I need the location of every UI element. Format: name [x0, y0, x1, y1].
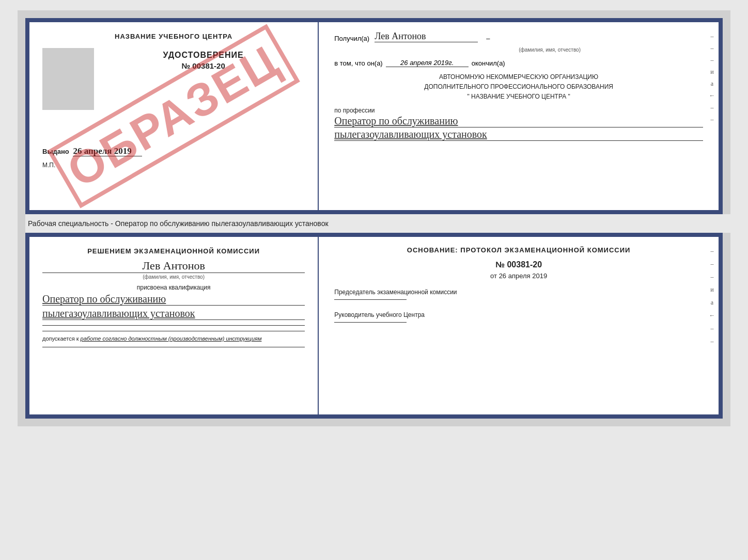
- issued-date: 26 апреля 2019: [73, 146, 142, 156]
- bottom-doc-right: Основание: протокол экзаменационной коми…: [319, 237, 719, 414]
- cert-issued: Выдано 26 апреля 2019: [42, 146, 305, 156]
- bottom-document: Решением экзаменационной комиссии Лев Ан…: [25, 233, 723, 419]
- org-line3: " НАЗВАНИЕ УЧЕБНОГО ЦЕНТРА ": [334, 92, 703, 102]
- dash-after-name: –: [486, 35, 490, 42]
- right-decorations-bottom: – – – и а ← – –: [706, 237, 719, 356]
- bottom-prof-line2: пылегазоулавливающих установок: [42, 308, 305, 320]
- director-label: Руководитель учебного Центра: [334, 310, 703, 319]
- prof-line1: Оператор по обслуживанию: [334, 115, 703, 127]
- bottom-prof-line1: Оператор по обслуживанию: [42, 293, 305, 306]
- signature-line-2: [42, 331, 305, 331]
- separator-text: Рабочая специальность - Оператор по обсл…: [25, 214, 738, 233]
- top-doc-right: Получил(а) Лев Антонов – (фамилия, имя, …: [319, 22, 719, 210]
- completed-label: в том, что он(а): [334, 59, 382, 67]
- top-doc-left: НАЗВАНИЕ УЧЕБНОГО ЦЕНТРА УДОСТОВЕРЕНИЕ №…: [29, 22, 319, 210]
- director-sig-line: [334, 322, 407, 323]
- cert-doc-label: УДОСТОВЕРЕНИЕ: [102, 51, 305, 60]
- org-line2: ДОПОЛНИТЕЛЬНОГО ПРОФЕССИОНАЛЬНОГО ОБРАЗО…: [334, 82, 703, 92]
- decision-title: Решением экзаменационной комиссии: [42, 247, 305, 255]
- signature-line-1: [42, 325, 305, 326]
- fio-hint-top: (фамилия, имя, отчество): [396, 44, 703, 54]
- completed-word: окончил(а): [472, 59, 505, 67]
- person-name-bottom: Лев Антонов: [42, 259, 305, 273]
- assigned-label: присвоена квалификация: [42, 284, 305, 291]
- right-decorations-top: – – – и а ← – –: [706, 22, 719, 134]
- chairman-label: Председатель экзаменационной комиссии: [334, 287, 703, 297]
- protocol-date-value: 26 апреля 2019: [499, 272, 548, 280]
- photo-placeholder: [42, 48, 94, 110]
- protocol-number: № 00381-20: [334, 260, 703, 269]
- fio-hint-bottom: (фамилия, имя, отчество): [42, 274, 305, 280]
- received-label: Получил(а): [334, 35, 369, 42]
- protocol-date-prefix: от: [490, 272, 497, 280]
- allows-label: допускается к работе согласно должностны…: [42, 335, 305, 342]
- org-block: АВТОНОМНУЮ НЕКОММЕРЧЕСКУЮ ОРГАНИЗАЦИЮ ДО…: [334, 72, 703, 102]
- top-document: НАЗВАНИЕ УЧЕБНОГО ЦЕНТРА УДОСТОВЕРЕНИЕ №…: [25, 18, 723, 214]
- allows-prefix: допускается к: [42, 335, 79, 342]
- received-row: Получил(а) Лев Антонов –: [334, 31, 703, 42]
- issued-label: Выдано: [42, 148, 69, 155]
- org-line1: АВТОНОМНУЮ НЕКОММЕРЧЕСКУЮ ОРГАНИЗАЦИЮ: [334, 72, 703, 82]
- allows-value: работе согласно должностным (производств…: [81, 335, 262, 342]
- basis-title: Основание: протокол экзаменационной коми…: [334, 246, 703, 254]
- document-container: НАЗВАНИЕ УЧЕБНОГО ЦЕНТРА УДОСТОВЕРЕНИЕ №…: [18, 10, 730, 426]
- completed-row: в том, что он(а) 26 апреля 2019г. окончи…: [334, 59, 703, 67]
- chairman-sig-line: [334, 299, 407, 300]
- mp-label: М.П.: [42, 162, 305, 169]
- protocol-date: от 26 апреля 2019: [334, 272, 703, 280]
- completed-date: 26 апреля 2019г.: [386, 59, 469, 67]
- bottom-doc-left: Решением экзаменационной комиссии Лев Ан…: [29, 237, 319, 414]
- org-title: НАЗВАНИЕ УЧЕБНОГО ЦЕНТРА: [42, 33, 305, 40]
- cert-number: № 00381-20: [102, 61, 305, 70]
- received-name: Лев Антонов: [375, 31, 478, 42]
- prof-label: по профессии: [334, 107, 703, 114]
- signature-line-3: [42, 347, 305, 347]
- prof-line2: пылегазоулавливающих установок: [334, 129, 703, 141]
